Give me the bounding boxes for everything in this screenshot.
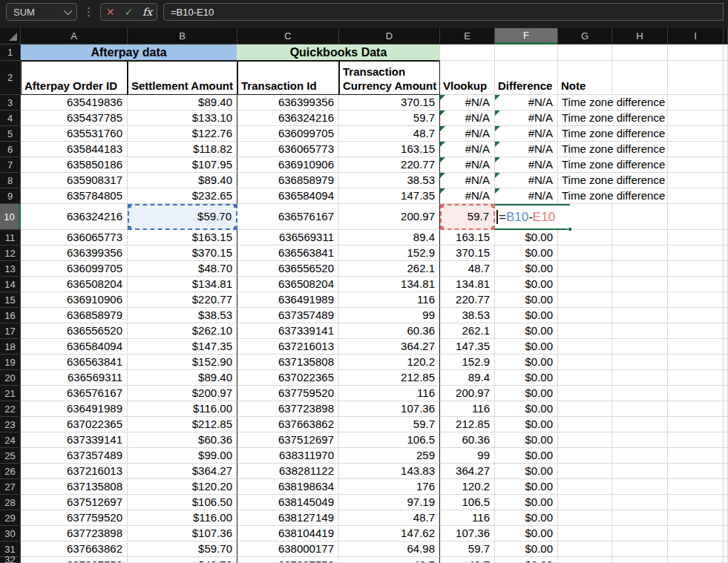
row-header-1[interactable]: 1 [0,45,21,61]
cell-C29[interactable]: 638127149 [237,510,339,526]
cell-F6[interactable]: #N/A [495,142,558,157]
cell-G23[interactable] [558,417,612,432]
cell-A10[interactable]: 636324216 [21,204,128,230]
cell-B5[interactable]: $122.76 [128,126,237,142]
cell-I12[interactable] [668,246,724,261]
cell-D11[interactable]: 89.4 [339,230,440,246]
cell-A6[interactable]: 635844183 [21,142,128,157]
cell-A8[interactable]: 635908317 [21,173,128,188]
cell-A21[interactable]: 636576167 [21,386,128,401]
cell-D14[interactable]: 134.81 [339,277,440,292]
column-header-H[interactable]: H [612,28,668,45]
cell-E4[interactable]: #N/A [440,111,495,126]
cell-B20[interactable]: $89.40 [128,370,237,386]
cell-G31[interactable] [558,541,612,557]
cell-F30[interactable]: $0.00 [495,526,558,541]
cell-F15[interactable]: $0.00 [495,292,558,308]
cell-C19[interactable]: 637135808 [237,355,339,370]
cell-I27[interactable] [668,479,724,495]
cell-H17[interactable] [612,323,668,339]
cell-F14[interactable]: $0.00 [495,277,558,292]
cell-A25[interactable]: 637357489 [21,448,128,464]
cell-D4[interactable]: 59.7 [339,111,440,126]
cell-E26[interactable]: 364.27 [440,464,495,479]
cell-F18[interactable]: $0.00 [495,339,558,355]
cell-G14[interactable] [558,277,612,292]
cell-F26[interactable]: $0.00 [495,464,558,479]
row-header-21[interactable]: 21 [0,386,21,401]
cell-I22[interactable] [668,401,724,417]
row-header-11[interactable]: 11 [0,230,21,246]
cell-I29[interactable] [668,510,724,526]
cell-C26[interactable]: 638281122 [237,464,339,479]
cell-B23[interactable]: $212.85 [128,417,237,432]
cell-H31[interactable] [612,541,668,557]
cell-D31[interactable]: 64.98 [339,541,440,557]
cell-D23[interactable]: 59.7 [339,417,440,432]
cell-B25[interactable]: $99.00 [128,448,237,464]
cell-E12[interactable]: 370.15 [440,246,495,261]
cell-B28[interactable]: $106.50 [128,495,237,510]
cell-E9[interactable]: #N/A [440,188,495,204]
cell-A17[interactable]: 636556520 [21,323,128,339]
cell-C9[interactable]: 636584094 [237,188,339,204]
cell-B22[interactable]: $116.00 [128,401,237,417]
row-header-15[interactable]: 15 [0,292,21,308]
cell-C1-quickbooks-banner[interactable]: Quickbooks Data [237,45,440,61]
cell-I11[interactable] [668,230,724,246]
cell-E24[interactable]: 60.36 [440,432,495,448]
cell-B17[interactable]: $262.10 [128,323,237,339]
cell-D24[interactable]: 106.5 [339,432,440,448]
cell-I14[interactable] [668,277,724,292]
cell-B31[interactable]: $59.70 [128,541,237,557]
cell-D17[interactable]: 60.36 [339,323,440,339]
cell-F11[interactable]: $0.00 [495,230,558,246]
cell-B18[interactable]: $147.35 [128,339,237,355]
cell-I15[interactable] [668,292,724,308]
cell-B12[interactable]: $370.15 [128,246,237,261]
cell-F22[interactable]: $0.00 [495,401,558,417]
cell-D20[interactable]: 212.85 [339,370,440,386]
cell-I21[interactable] [668,386,724,401]
cell-H19[interactable] [612,355,668,370]
cell-B19[interactable]: $152.90 [128,355,237,370]
cell-B9[interactable]: $232.65 [128,188,237,204]
row-header-8[interactable]: 8 [0,173,21,188]
cell-D18[interactable]: 364.27 [339,339,440,355]
cell-C10[interactable]: 636576167 [237,204,339,230]
cell-H12[interactable] [612,246,668,261]
cell-G20[interactable] [558,370,612,386]
cell-A32[interactable]: 637937550 [21,557,128,563]
cell-A15[interactable]: 636910906 [21,292,128,308]
cell-A18[interactable]: 636584094 [21,339,128,355]
cell-A29[interactable]: 637759520 [21,510,128,526]
row-header-5[interactable]: 5 [0,126,21,142]
cell-H25[interactable] [612,448,668,464]
cell-I17[interactable] [668,323,724,339]
row-header-22[interactable]: 22 [0,401,21,417]
cell-H32[interactable] [612,557,668,563]
cell-H16[interactable] [612,308,668,323]
cell-B21[interactable]: $200.97 [128,386,237,401]
cell-G17[interactable] [558,323,612,339]
cell-A3[interactable]: 635419836 [21,95,128,111]
row-header-17[interactable]: 17 [0,323,21,339]
cell-A5[interactable]: 635531760 [21,126,128,142]
cell-C4[interactable]: 636324216 [237,111,339,126]
cell-C27[interactable]: 638198634 [237,479,339,495]
cell-D21[interactable]: 116 [339,386,440,401]
column-header-D[interactable]: D [339,28,440,45]
cell-F29[interactable]: $0.00 [495,510,558,526]
cell-F20[interactable]: $0.00 [495,370,558,386]
cell-C21[interactable]: 637759520 [237,386,339,401]
cell-A27[interactable]: 637135808 [21,479,128,495]
fill-handle[interactable] [568,227,572,231]
cell-B11[interactable]: $163.15 [128,230,237,246]
cell-B24[interactable]: $60.36 [128,432,237,448]
cell-C22[interactable]: 637723898 [237,401,339,417]
column-header-G[interactable]: G [558,28,612,45]
cell-G30[interactable] [558,526,612,541]
column-header-I[interactable]: I [668,28,724,45]
cell-E2-title[interactable]: Vlookup [440,61,495,95]
cell-F19[interactable]: $0.00 [495,355,558,370]
